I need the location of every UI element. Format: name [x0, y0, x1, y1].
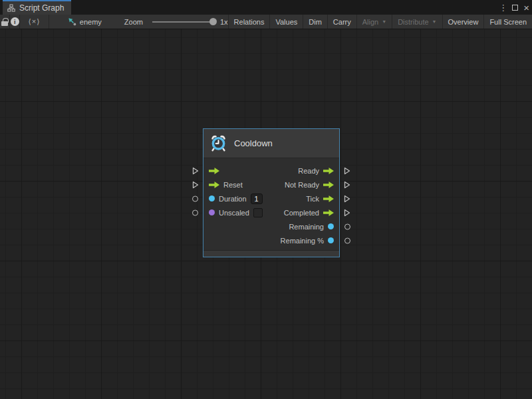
zoom-slider[interactable] — [152, 21, 213, 23]
close-icon[interactable]: × — [523, 3, 529, 13]
value-port-icon[interactable] — [328, 223, 334, 229]
tab-bar: Script Graph ⋮ × — [0, 0, 532, 15]
duration-input[interactable]: 1 — [251, 194, 263, 204]
value-output-port[interactable] — [344, 223, 350, 229]
lock-icon — [1, 21, 8, 26]
zoom-label: Zoom — [124, 18, 143, 26]
script-machine-icon — [68, 17, 76, 26]
code-angle-icon: ⟨×⟩ — [29, 17, 41, 26]
flow-output-port[interactable] — [344, 209, 350, 217]
flow-arrow-icon[interactable] — [323, 182, 334, 188]
node-header[interactable]: Cooldown — [203, 129, 339, 158]
port-row: Unscaled Completed — [203, 205, 339, 219]
distribute-button[interactable]: Distribute ▼ — [392, 15, 442, 29]
full-screen-button[interactable]: Full Screen — [483, 15, 532, 29]
tab-script-graph[interactable]: Script Graph — [3, 0, 71, 15]
align-button[interactable]: Align ▼ — [356, 15, 392, 29]
alarm-clock-icon — [209, 134, 227, 152]
flow-arrow-icon[interactable] — [209, 182, 219, 188]
align-label: Align — [362, 18, 378, 26]
port-label: Completed — [284, 209, 319, 217]
dim-button[interactable]: Dim — [303, 15, 327, 29]
flow-output-port[interactable] — [344, 181, 350, 189]
chevron-down-icon: ▼ — [432, 19, 437, 24]
script-graph-window: Script Graph ⋮ × i ⟨×⟩ enemy — [0, 0, 532, 399]
flow-input-port[interactable] — [192, 167, 199, 175]
value-input-port[interactable] — [192, 196, 198, 201]
port-label: Ready — [298, 167, 319, 175]
value-port-icon[interactable] — [209, 196, 215, 201]
toolbar-buttons: Relations Values Dim Carry Align ▼ Distr… — [228, 15, 532, 29]
zoom-control: Zoom 1x — [124, 15, 228, 29]
flow-arrow-icon[interactable] — [323, 168, 334, 174]
value-port-icon[interactable] — [209, 209, 215, 215]
port-label: Unscaled — [219, 209, 249, 217]
zoom-value: 1x — [220, 18, 228, 26]
window-menu-icon[interactable]: ⋮ — [499, 3, 507, 13]
relations-button[interactable]: Relations — [228, 15, 270, 29]
inspect-button[interactable]: i — [10, 15, 20, 29]
port-label: Reset — [223, 181, 243, 189]
flow-output-port[interactable] — [344, 195, 350, 203]
info-icon: i — [11, 17, 19, 26]
graph-canvas[interactable]: Cooldown Ready — [0, 29, 532, 399]
flow-arrow-icon[interactable] — [209, 168, 219, 174]
port-label: Remaining % — [281, 237, 324, 245]
chevron-down-icon: ▼ — [382, 19, 386, 24]
graph-hierarchy-icon — [7, 4, 15, 12]
port-label: Not Ready — [285, 181, 319, 189]
graph-toolbar: i ⟨×⟩ enemy Zoom 1x Relations Values — [0, 15, 532, 29]
value-output-port[interactable] — [344, 237, 350, 243]
port-row: Remaining — [203, 219, 339, 233]
unscaled-checkbox[interactable] — [253, 208, 263, 217]
port-label: Remaining — [289, 223, 324, 231]
graph-breadcrumb[interactable]: enemy — [64, 15, 106, 29]
carry-button[interactable]: Carry — [327, 15, 356, 29]
port-row: Duration 1 Tick — [203, 192, 339, 205]
value-input-port[interactable] — [192, 209, 198, 215]
node-footer — [203, 250, 339, 257]
tab-title: Script Graph — [19, 3, 64, 13]
port-row: Reset Not Ready — [203, 178, 339, 192]
overview-button[interactable]: Overview — [442, 15, 484, 29]
values-button[interactable]: Values — [269, 15, 303, 29]
distribute-label: Distribute — [398, 18, 428, 26]
port-row: Remaining % — [203, 233, 339, 247]
port-label: Tick — [306, 195, 319, 203]
node-body: Ready — [203, 158, 339, 250]
graph-breadcrumb-label: enemy — [80, 18, 102, 26]
port-label: Duration — [219, 195, 247, 203]
window-controls: ⋮ × — [499, 0, 529, 15]
flow-input-port[interactable] — [192, 181, 199, 189]
zoom-slider-handle[interactable] — [209, 18, 217, 25]
value-port-icon[interactable] — [328, 237, 334, 243]
cooldown-node[interactable]: Cooldown Ready — [203, 128, 340, 257]
lock-button[interactable] — [0, 15, 10, 29]
maximize-icon[interactable] — [512, 5, 518, 11]
flow-output-port[interactable] — [344, 167, 350, 175]
node-title: Cooldown — [234, 138, 273, 148]
preview-source-button[interactable]: ⟨×⟩ — [20, 15, 49, 29]
port-row: Ready — [203, 164, 339, 178]
flow-arrow-icon[interactable] — [323, 209, 334, 216]
flow-arrow-icon[interactable] — [323, 196, 334, 202]
